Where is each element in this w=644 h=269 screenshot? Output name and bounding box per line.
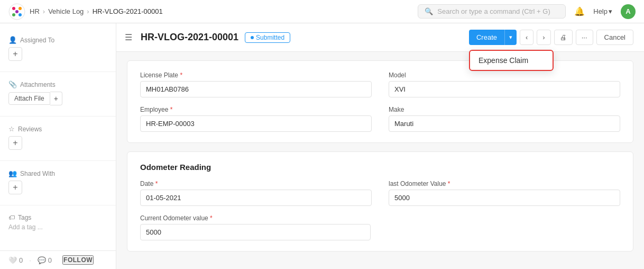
breadcrumb: HR › Vehicle Log › HR-VLOG-2021-00001 bbox=[30, 7, 163, 15]
divider-2 bbox=[0, 116, 116, 116]
employee-input[interactable] bbox=[140, 115, 372, 132]
footer-dot: · bbox=[29, 256, 31, 264]
sidebar: 👤 Assigned To + 📎 Attachments Attach Fil… bbox=[0, 23, 116, 269]
breadcrumb-hr[interactable]: HR bbox=[30, 7, 40, 15]
model-label: Model bbox=[389, 71, 620, 79]
help-button[interactable]: Help ▾ bbox=[593, 7, 612, 15]
last-odometer-field: last Odometer Value * bbox=[389, 180, 620, 206]
expense-claim-option[interactable]: Expense Claim bbox=[470, 51, 553, 70]
star-icon: ☆ bbox=[8, 125, 15, 133]
likes-count[interactable]: 🤍 0 bbox=[8, 256, 23, 264]
model-input[interactable] bbox=[389, 81, 620, 97]
employee-field: Employee * bbox=[140, 106, 372, 132]
more-options-button[interactable]: ··· bbox=[576, 30, 593, 45]
odometer-grid: Date * last Odometer Value * bbox=[140, 180, 620, 206]
odometer-card: Odometer Reading Date * last Odometer Va… bbox=[127, 151, 633, 252]
paperclip-icon: 📎 bbox=[8, 80, 17, 88]
prev-record-button[interactable]: ‹ bbox=[520, 30, 533, 45]
vehicle-details-card: License Plate * Model Employee * bbox=[127, 60, 633, 143]
svg-point-5 bbox=[15, 10, 19, 13]
main-content: ☰ HR-VLOG-2021-00001 Submitted Create ▾ … bbox=[116, 23, 644, 269]
svg-point-4 bbox=[19, 13, 22, 16]
vehicle-details-grid: License Plate * Model Employee * bbox=[140, 71, 620, 132]
chevron-down-icon: ▾ bbox=[609, 7, 612, 15]
make-input[interactable] bbox=[389, 115, 620, 132]
svg-point-3 bbox=[12, 13, 15, 16]
search-icon: 🔍 bbox=[425, 7, 433, 15]
date-input[interactable] bbox=[140, 190, 372, 206]
reviews-section: ☆ Reviews + bbox=[0, 121, 116, 156]
reviews-title: ☆ Reviews bbox=[8, 125, 107, 133]
last-odometer-required: * bbox=[448, 180, 450, 187]
layout: 👤 Assigned To + 📎 Attachments Attach Fil… bbox=[0, 23, 644, 269]
search-bar[interactable]: 🔍 Search or type a command (Ctrl + G) bbox=[418, 4, 566, 19]
tags-label: 🏷 Tags bbox=[8, 214, 107, 221]
current-odometer-required: * bbox=[210, 214, 213, 222]
license-plate-input[interactable] bbox=[140, 81, 372, 97]
assigned-to-section: 👤 Assigned To + bbox=[0, 32, 116, 67]
heart-icon: 🤍 bbox=[8, 256, 17, 264]
employee-label: Employee * bbox=[140, 106, 372, 113]
status-label: Submitted bbox=[256, 34, 284, 41]
status-dot bbox=[251, 36, 254, 39]
add-shared-with-button[interactable]: + bbox=[8, 181, 22, 194]
attachments-title: 📎 Attachments bbox=[8, 80, 107, 88]
divider-4 bbox=[0, 205, 116, 205]
add-tag-link[interactable]: Add a tag ... bbox=[8, 223, 107, 231]
person-icon: 👤 bbox=[8, 36, 17, 44]
odometer-section-title: Odometer Reading bbox=[140, 163, 620, 172]
date-required: * bbox=[155, 180, 158, 187]
chevron-down-icon: ▾ bbox=[509, 34, 512, 40]
breadcrumb-sep-2: › bbox=[87, 7, 89, 15]
shared-with-section: 👥 Shared With + bbox=[0, 165, 116, 201]
header-actions: Create ▾ Expense Claim ‹ › 🖨 ··· Cancel bbox=[469, 30, 633, 45]
make-label: Make bbox=[389, 106, 620, 113]
status-badge: Submitted bbox=[245, 32, 290, 43]
date-field: Date * bbox=[140, 180, 372, 206]
follow-button[interactable]: FOLLOW bbox=[62, 255, 94, 265]
model-field: Model bbox=[389, 71, 620, 97]
notifications-button[interactable]: 🔔 bbox=[574, 6, 585, 16]
topnav-actions: 🔔 Help ▾ A bbox=[574, 4, 636, 19]
add-assigned-to-button[interactable]: + bbox=[8, 47, 22, 61]
divider-1 bbox=[0, 71, 116, 72]
top-nav: HR › Vehicle Log › HR-VLOG-2021-00001 🔍 … bbox=[0, 0, 644, 23]
divider-3 bbox=[0, 160, 116, 161]
current-odometer-row: Current Odometer value * bbox=[140, 214, 620, 240]
comment-icon: 💬 bbox=[38, 256, 46, 264]
current-odometer-label: Current Odometer value * bbox=[140, 214, 371, 222]
license-plate-required: * bbox=[180, 71, 182, 79]
create-dropdown-menu: Expense Claim bbox=[469, 50, 554, 71]
attachments-section: 📎 Attachments Attach File + bbox=[0, 76, 116, 112]
license-plate-label: License Plate * bbox=[140, 71, 372, 79]
cancel-button[interactable]: Cancel bbox=[596, 30, 633, 45]
svg-point-2 bbox=[19, 7, 22, 10]
app-logo[interactable] bbox=[8, 3, 25, 20]
attach-plus-button[interactable]: + bbox=[50, 92, 62, 105]
create-dropdown-button[interactable]: ▾ bbox=[504, 30, 517, 45]
page-title: HR-VLOG-2021-00001 bbox=[141, 32, 238, 43]
tag-icon: 🏷 bbox=[8, 214, 15, 221]
last-odometer-input[interactable] bbox=[389, 190, 620, 206]
add-review-button[interactable]: + bbox=[8, 136, 22, 150]
search-placeholder: Search or type a command (Ctrl + G) bbox=[437, 7, 550, 15]
breadcrumb-vehicle-log[interactable]: Vehicle Log bbox=[48, 7, 84, 15]
avatar[interactable]: A bbox=[621, 4, 636, 19]
people-icon: 👥 bbox=[8, 169, 17, 177]
attach-file-button[interactable]: Attach File bbox=[8, 92, 50, 105]
breadcrumb-sep-1: › bbox=[43, 7, 45, 15]
next-record-button[interactable]: › bbox=[537, 30, 550, 45]
create-button[interactable]: Create bbox=[469, 30, 504, 45]
current-odometer-input[interactable] bbox=[140, 224, 371, 240]
license-plate-field: License Plate * bbox=[140, 71, 372, 97]
svg-point-1 bbox=[12, 7, 15, 10]
sidebar-footer: 🤍 0 · 💬 0 FOLLOW bbox=[0, 250, 116, 269]
tags-section: 🏷 Tags Add a tag ... bbox=[0, 210, 116, 235]
make-field: Make bbox=[389, 106, 620, 132]
comments-count[interactable]: 💬 0 bbox=[38, 256, 52, 264]
form-area: License Plate * Model Employee * bbox=[116, 52, 644, 268]
attach-file-row: Attach File + bbox=[8, 92, 107, 105]
print-button[interactable]: 🖨 bbox=[554, 30, 573, 45]
current-odometer-field: Current Odometer value * bbox=[140, 214, 371, 240]
menu-icon[interactable]: ☰ bbox=[125, 32, 132, 42]
